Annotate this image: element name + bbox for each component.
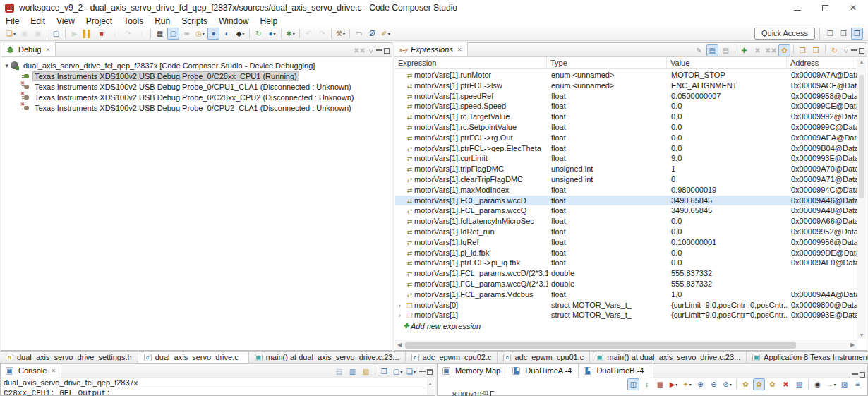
close-window-icon[interactable]: ✕: [850, 4, 857, 12]
resume-button[interactable]: ▶ ▾: [68, 28, 80, 40]
editor-tab[interactable]: ▣ main() at dual_axis_servo_drive.c:23..…: [590, 352, 747, 363]
show-logical-structure-button[interactable]: ▤ ▾: [706, 44, 718, 56]
expression-row[interactable]: ›motorVars[1].runMotor enum <unnamed> MO…: [395, 70, 857, 80]
menu-item[interactable]: Edit: [25, 16, 51, 26]
chart-view-tab[interactable]: ▦ Memory Map: [438, 364, 507, 378]
expression-row[interactable]: ›motorVars[1].curLimit float 9.0 0x00009…: [395, 153, 857, 164]
editor-tab[interactable]: c dual_axis_servo_drive.c: [138, 352, 249, 363]
chart-view-tab[interactable]: ▙ DualTimeA -4: [507, 364, 579, 378]
display-properties-button[interactable]: ▨ ▾: [838, 378, 850, 390]
build-hammer-button[interactable]: ⚒ ▾: [334, 28, 346, 40]
grid-toggle-button[interactable]: ▦ ▾: [654, 378, 666, 390]
minimize-window-icon[interactable]: [794, 10, 801, 11]
toolbar-icon[interactable]: ▾: [65, 29, 66, 38]
expression-row[interactable]: ›motorVars[1].rc.TargetValue float 0.0 0…: [395, 112, 857, 122]
expression-row[interactable]: ›motorVars[1].maxModIndex float 0.980000…: [395, 185, 857, 196]
display-selected-console-button[interactable]: ▢ ▾: [392, 366, 404, 378]
expressions-horizontal-scrollbar[interactable]: ◀ ▶: [395, 340, 857, 349]
step-over-button[interactable]: ↷ ▾: [122, 28, 134, 40]
remove-trace-button[interactable]: ✖ ▾: [780, 378, 792, 390]
minimize-view-icon[interactable]: [376, 49, 382, 51]
menu-item[interactable]: Run: [149, 16, 176, 26]
expression-row[interactable]: ›motorVars[1].IdRef_run float 0.0 0x0000…: [395, 227, 857, 237]
profile-clock-button[interactable]: ◷ ▾: [194, 28, 206, 40]
menu-item[interactable]: Scripts: [176, 16, 213, 26]
editor-tab[interactable]: ▣ main() at dual_axis_servo_drive.c:23..…: [249, 352, 406, 363]
expressions-vertical-scrollbar[interactable]: ▲ ▼: [857, 58, 866, 339]
toolbar-icon[interactable]: ▾: [249, 29, 250, 38]
menu-item[interactable]: File: [0, 16, 25, 26]
terminate-button[interactable]: ■ ▾: [95, 28, 107, 40]
sync-cursor-button[interactable]: ◫ ▾: [627, 378, 639, 390]
save-all-button[interactable]: ▣ ▾: [32, 28, 44, 40]
expression-row[interactable]: ›motorVars[1].clearTripFlagDMC unsigned …: [395, 174, 857, 185]
expression-row[interactable]: ›motorVars[1] struct MOTOR_Vars_t_ {curL…: [395, 310, 857, 320]
toolbar-icon[interactable]: ▾: [281, 29, 282, 38]
marker-button[interactable]: ▶ ▾: [668, 378, 680, 390]
redo-button[interactable]: ↷ ▾: [316, 28, 328, 40]
expression-row[interactable]: ›motorVars[1].speedRef float 0.050000000…: [395, 91, 857, 102]
clear-console-button[interactable]: ▤ ▾: [333, 366, 345, 378]
find-button[interactable]: ◉ ▾: [812, 378, 824, 390]
editor-tab[interactable]: c adc_epwm_cpu02.c: [406, 352, 498, 363]
expression-row[interactable]: ›motorVars[1].IqRef float 0.100000001 0x…: [395, 237, 857, 248]
view-button[interactable]: ▾: [825, 44, 826, 54]
scroll-left-icon[interactable]: ◀: [395, 342, 404, 348]
step-into-button[interactable]: ↓ ▾: [109, 28, 121, 40]
undo-button[interactable]: ↶ ▾: [303, 28, 315, 40]
auto-refresh-button[interactable]: ✿ ▾: [778, 44, 790, 56]
scroll-right-icon[interactable]: ▶: [848, 342, 857, 348]
debug-thread-row[interactable]: Texas Instruments XDS100v2 USB Debug Pro…: [3, 71, 392, 81]
ccs-debug-perspective-button[interactable]: ❒: [851, 28, 863, 40]
tab-console[interactable]: ▣ Console ✕: [1, 364, 61, 378]
expression-row[interactable]: ›motorVars[1].FCL_params.wccD/(2*3.14) d…: [395, 268, 857, 279]
remove-expression-button[interactable]: ✖ ▾: [752, 44, 764, 56]
chart-view-tab[interactable]: ▙ DualTimeB -4: [579, 364, 653, 378]
target-view-button[interactable]: ▢ ▾: [167, 28, 179, 40]
quick-access-box[interactable]: Quick Access: [754, 28, 815, 40]
maximize-view-icon[interactable]: [427, 369, 433, 375]
debug-thread-row[interactable]: Texas Instruments XDS100v2 USB Debug Pro…: [3, 102, 392, 113]
toolbar-icon[interactable]: ▾: [299, 29, 300, 38]
minimize-view-icon[interactable]: [851, 49, 857, 51]
export-data-button[interactable]: ▧ ▾: [793, 378, 805, 390]
menu-item[interactable]: View: [51, 16, 80, 26]
maximize-view-icon[interactable]: [860, 372, 865, 378]
column-header-address[interactable]: Address: [787, 57, 857, 69]
refresh-once-button[interactable]: ✿ ▾: [740, 378, 752, 390]
new-view-button[interactable]: ❐ ▾: [797, 44, 809, 56]
word-wrap-button[interactable]: ▧ ▾: [360, 366, 372, 378]
go-to-button[interactable]: → ▾: [825, 378, 837, 390]
debug-thread-row[interactable]: Texas Instruments XDS100v2 USB Debug Pro…: [3, 81, 392, 92]
menu-item[interactable]: Window: [213, 16, 255, 26]
restore-views-button[interactable]: ↻ ▾: [253, 28, 265, 40]
expander-icon[interactable]: ▾: [3, 62, 11, 69]
expression-row[interactable]: ›motorVars[1].speed.Speed float 0.0 0x00…: [395, 101, 857, 112]
save-button[interactable]: ▣ ▾: [18, 28, 30, 40]
zoom-in-button[interactable]: ⊕ ▾: [694, 378, 706, 390]
expression-row[interactable]: ›motorVars[1].ptrFCL->pi_iq.fbk float 0.…: [395, 258, 857, 268]
remove-all-terminated-button[interactable]: ✖✖: [354, 44, 366, 56]
settings-gear-button[interactable]: ✱ ▾: [284, 28, 296, 40]
expander-icon[interactable]: ›: [399, 301, 405, 311]
toolbar-icon[interactable]: ▾: [349, 29, 350, 38]
view-button[interactable]: ▾: [735, 44, 735, 54]
export-button[interactable]: ❒ ▾: [810, 44, 822, 56]
browser-button[interactable]: ● ▾: [266, 28, 278, 40]
toolbar-icon[interactable]: ▾: [331, 29, 332, 38]
close-tab-icon[interactable]: ✕: [457, 47, 462, 53]
scroll-lock-button[interactable]: ▥ ▾: [346, 366, 358, 378]
pin-button[interactable]: ✐ ▾: [380, 28, 392, 40]
registers-button[interactable]: ▦ ▾: [154, 28, 166, 40]
minimize-view-icon[interactable]: [852, 373, 858, 375]
toolbar-icon[interactable]: ▾: [150, 29, 151, 38]
flag-button[interactable]: ◆ ▾: [234, 28, 246, 40]
expression-row[interactable]: ›motorVars[1].pi_id.fbk float 0.0 0x0000…: [395, 248, 857, 258]
expression-row[interactable]: ›motorVars[1].ptrFCL->lsw enum <unnamed>…: [395, 80, 857, 91]
continuous-refresh-button[interactable]: ✿ ▾: [753, 378, 765, 390]
add-new-expression-row[interactable]: ✚ Add new expression: [395, 320, 857, 331]
view-menu-icon[interactable]: ▽: [369, 47, 373, 54]
tab-expressions[interactable]: x=y Expressions ✕: [394, 42, 468, 56]
scrollbar-thumb[interactable]: [405, 342, 796, 349]
window-button[interactable]: ▭ ▾: [353, 28, 365, 40]
